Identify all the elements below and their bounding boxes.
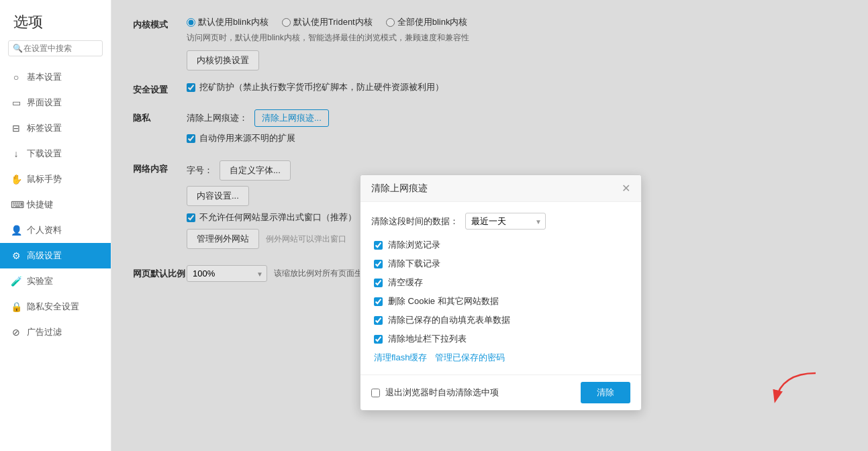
modal-checkbox-label-4: 清除已保存的自动填充表单数据 xyxy=(388,314,510,326)
clear-history-modal: 清除上网痕迹 ✕ 清除这段时间的数据： 最近一天 清除浏览记录清除下载记录清空缓… xyxy=(360,174,642,411)
modal-checkbox-label-2: 清空缓存 xyxy=(388,277,423,289)
modal-checkbox-4[interactable] xyxy=(374,316,383,325)
sidebar: 选项 🔍 ○基本设置▭界面设置⊟标签设置↓下载设置✋鼠标手势⌨快捷键👤个人资料⚙… xyxy=(0,0,111,451)
search-icon: 🔍 xyxy=(13,44,23,53)
modal-body: 清除这段时间的数据： 最近一天 清除浏览记录清除下载记录清空缓存删除 Cooki… xyxy=(360,202,641,374)
mouse-icon: ✋ xyxy=(11,174,21,185)
time-range-row: 清除这段时间的数据： 最近一天 xyxy=(371,213,630,230)
clear-flash-link[interactable]: 清理flash缓存 xyxy=(374,352,427,364)
modal-checkbox-label-3: 删除 Cookie 和其它网站数据 xyxy=(388,295,499,307)
modal-footer: 退出浏览器时自动清除选中项 清除 xyxy=(360,374,641,410)
modal-checkbox-label-5: 清除地址栏下拉列表 xyxy=(388,333,467,345)
sidebar-item-label-download: 下载设置 xyxy=(27,148,62,160)
sidebar-item-label-profile: 个人资料 xyxy=(27,224,62,236)
modal-checkbox-5[interactable] xyxy=(374,335,383,344)
sidebar-item-label-lab: 实验室 xyxy=(27,275,53,287)
adblock-icon: ⊘ xyxy=(11,327,21,338)
modal-links: 清理flash缓存 管理已保存的密码 xyxy=(371,352,630,364)
sidebar-item-label-mouse: 鼠标手势 xyxy=(27,173,62,185)
sidebar-item-profile[interactable]: 👤个人资料 xyxy=(0,217,111,243)
modal-checkbox-2[interactable] xyxy=(374,279,383,287)
tabs-icon: ⊟ xyxy=(11,123,21,134)
sidebar-item-label-privacy: 隐私安全设置 xyxy=(27,301,79,313)
sidebar-item-tabs[interactable]: ⊟标签设置 xyxy=(0,115,111,141)
auto-clear-on-exit-checkbox[interactable] xyxy=(371,389,380,397)
modal-checkbox-row-3: 删除 Cookie 和其它网站数据 xyxy=(371,295,630,307)
sidebar-item-label-advanced: 高级设置 xyxy=(27,250,62,262)
time-range-select-wrap: 最近一天 xyxy=(465,213,546,230)
sidebar-item-interface[interactable]: ▭界面设置 xyxy=(0,90,111,115)
auto-clear-on-exit-label: 退出浏览器时自动清除选中项 xyxy=(385,387,499,399)
interface-icon: ▭ xyxy=(11,97,21,108)
basic-icon: ○ xyxy=(11,72,21,83)
search-container: 🔍 xyxy=(0,40,111,64)
modal-checkbox-row-1: 清除下载记录 xyxy=(371,258,630,270)
sidebar-item-label-adblock: 广告过滤 xyxy=(27,326,62,338)
modal-footer-left: 退出浏览器时自动清除选中项 xyxy=(371,387,499,399)
modal-close-button[interactable]: ✕ xyxy=(622,182,630,195)
time-range-label: 清除这段时间的数据： xyxy=(371,215,459,228)
sidebar-item-basic[interactable]: ○基本设置 xyxy=(0,64,111,90)
modal-checkbox-label-1: 清除下载记录 xyxy=(388,258,440,270)
manage-passwords-link[interactable]: 管理已保存的密码 xyxy=(435,352,505,364)
modal-checkbox-row-0: 清除浏览记录 xyxy=(371,239,630,251)
modal-checkbox-0[interactable] xyxy=(374,241,383,250)
advanced-icon: ⚙ xyxy=(11,250,21,261)
sidebar-item-label-tabs: 标签设置 xyxy=(27,122,62,134)
modal-checkbox-row-2: 清空缓存 xyxy=(371,277,630,289)
main-content: 内核模式 默认使用blink内核 默认使用Trident内核 全部使用blink… xyxy=(111,0,868,451)
sidebar-item-mouse[interactable]: ✋鼠标手势 xyxy=(0,166,111,192)
sidebar-item-privacy[interactable]: 🔒隐私安全设置 xyxy=(0,294,111,319)
modal-checkbox-row-4: 清除已保存的自动填充表单数据 xyxy=(371,314,630,326)
lab-icon: 🧪 xyxy=(11,276,21,287)
clear-confirm-button[interactable]: 清除 xyxy=(581,382,630,403)
time-range-select[interactable]: 最近一天 xyxy=(465,213,546,230)
sidebar-item-label-basic: 基本设置 xyxy=(27,71,62,83)
modal-title: 清除上网痕迹 xyxy=(371,183,428,195)
modal-header: 清除上网痕迹 ✕ xyxy=(360,175,641,202)
sidebar-item-lab[interactable]: 🧪实验室 xyxy=(0,268,111,294)
modal-checkbox-row-5: 清除地址栏下拉列表 xyxy=(371,333,630,345)
modal-checkbox-label-0: 清除浏览记录 xyxy=(388,239,440,251)
arrow-annotation xyxy=(769,370,822,412)
sidebar-item-download[interactable]: ↓下载设置 xyxy=(0,141,111,166)
sidebar-item-shortcut[interactable]: ⌨快捷键 xyxy=(0,192,111,217)
privacy-icon: 🔒 xyxy=(11,301,21,312)
sidebar-item-adblock[interactable]: ⊘广告过滤 xyxy=(0,319,111,345)
modal-checkbox-1[interactable] xyxy=(374,260,383,268)
modal-checkbox-3[interactable] xyxy=(374,297,383,306)
sidebar-item-label-shortcut: 快捷键 xyxy=(27,199,53,211)
download-icon: ↓ xyxy=(11,148,21,159)
profile-icon: 👤 xyxy=(11,225,21,236)
sidebar-item-advanced[interactable]: ⚙高级设置 xyxy=(0,243,111,268)
page-title: 选项 xyxy=(0,0,111,40)
sidebar-nav: ○基本设置▭界面设置⊟标签设置↓下载设置✋鼠标手势⌨快捷键👤个人资料⚙高级设置🧪… xyxy=(0,64,111,345)
modal-checkboxes: 清除浏览记录清除下载记录清空缓存删除 Cookie 和其它网站数据清除已保存的自… xyxy=(371,239,630,345)
sidebar-item-label-interface: 界面设置 xyxy=(27,97,62,109)
shortcut-icon: ⌨ xyxy=(11,199,21,210)
